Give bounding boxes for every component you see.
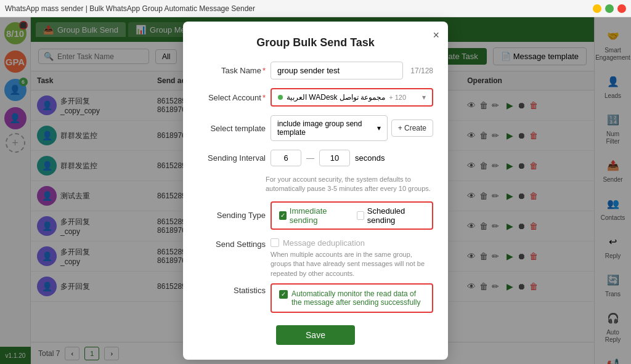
account-value: العربية WADesk مجموعة تواصل <box>287 93 385 102</box>
modal-overlay: × Group Bulk Send Task Task Name* 17/128… <box>0 17 631 364</box>
select-account-row: Select Account* العربية WADesk مجموعة تو… <box>198 88 433 107</box>
template-value: include image group send template <box>277 119 377 137</box>
interval-max-input[interactable] <box>319 150 350 166</box>
interval-dash: — <box>306 153 314 163</box>
template-chevron-icon: ▾ <box>377 124 381 132</box>
dedup-checkbox <box>271 238 279 247</box>
interval-min-input[interactable] <box>271 150 301 166</box>
group-bulk-send-modal: × Group Bulk Send Task Task Name* 17/128… <box>183 22 448 360</box>
chevron-down-icon: ▾ <box>422 93 426 102</box>
sending-type-label: Sending Type <box>198 211 266 220</box>
interval-unit: seconds <box>355 153 385 163</box>
statistics-box: ✓ Automatically monitor the read data of… <box>271 283 433 313</box>
minimize-button[interactable] <box>593 4 601 13</box>
dedup-content: Message deduplication When multiple acco… <box>271 238 433 278</box>
stats-checkbox: ✓ <box>279 290 288 299</box>
template-wrap: include image group send template ▾ + Cr… <box>271 115 433 141</box>
statistics-row: Statistics ✓ Automatically monitor the r… <box>198 283 433 313</box>
modal-footer: Save <box>198 325 433 345</box>
close-button[interactable] <box>617 4 626 13</box>
task-name-label: Task Name* <box>198 66 266 75</box>
window-controls <box>593 4 626 13</box>
immediate-sending-option[interactable]: ✓ Immediate sending <box>279 206 347 225</box>
security-note: For your account security, the system de… <box>266 175 433 194</box>
immediate-checkbox: ✓ <box>279 211 287 220</box>
task-name-row: Task Name* 17/128 <box>198 62 433 79</box>
modal-title: Group Bulk Send Task <box>198 36 433 49</box>
scheduled-checkbox <box>357 211 364 220</box>
stats-option[interactable]: ✓ Automatically monitor the read data of… <box>279 289 425 307</box>
template-dropdown[interactable]: include image group send template ▾ <box>271 115 388 141</box>
scheduled-label: Scheduled sending <box>367 206 425 225</box>
account-dot <box>278 95 283 100</box>
create-template-button[interactable]: + Create <box>391 119 433 137</box>
sending-interval-row: Sending Interval — seconds <box>198 150 433 166</box>
maximize-button[interactable] <box>605 4 614 13</box>
select-account-label: Select Account* <box>198 93 266 102</box>
immediate-label: Immediate sending <box>290 206 347 225</box>
modal-close-button[interactable]: × <box>433 29 439 42</box>
scheduled-sending-option[interactable]: Scheduled sending <box>357 206 425 225</box>
interval-inputs: — seconds <box>271 150 433 166</box>
send-settings-row: Send Settings Message deduplication When… <box>198 238 433 278</box>
statistics-label: Statistics <box>198 283 266 295</box>
account-extra: + 120 <box>389 94 406 101</box>
title-bar: WhatsApp mass sender | Bulk WhatsApp Gro… <box>0 0 631 17</box>
dedup-option[interactable]: Message deduplication <box>271 238 433 248</box>
select-template-label: Select template <box>198 124 266 133</box>
select-account-dropdown[interactable]: العربية WADesk مجموعة تواصل + 120 ▾ <box>271 88 433 107</box>
sending-type-row: Sending Type ✓ Immediate sending Schedul… <box>198 201 433 230</box>
sending-interval-label: Sending Interval <box>198 153 266 163</box>
task-name-input[interactable] <box>271 62 403 79</box>
char-count: 17/128 <box>410 67 433 75</box>
dedup-note: When multiple accounts are in the same g… <box>271 250 433 278</box>
save-button[interactable]: Save <box>276 325 355 345</box>
sending-type-options: ✓ Immediate sending Scheduled sending <box>271 201 433 230</box>
send-settings-label: Send Settings <box>198 238 266 249</box>
select-template-row: Select template include image group send… <box>198 115 433 141</box>
dedup-label: Message deduplication <box>283 238 365 248</box>
stats-option-label: Automatically monitor the read data of t… <box>291 289 425 307</box>
window-title: WhatsApp mass sender | Bulk WhatsApp Gro… <box>5 4 255 13</box>
